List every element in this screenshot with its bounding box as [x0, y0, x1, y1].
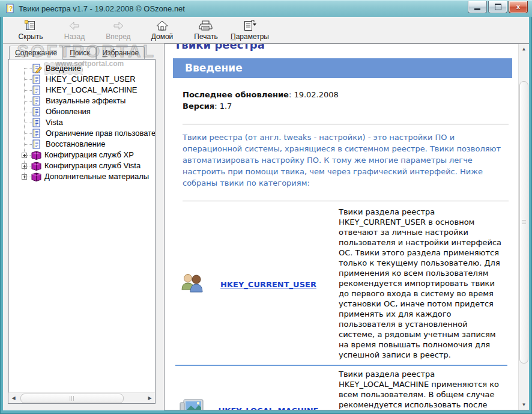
tree-item-vvedenie[interactable]: Введение [8, 63, 155, 74]
print-label: Печать [194, 32, 217, 41]
minimize-button[interactable] [468, 1, 487, 13]
tab-favorites[interactable]: Избранное [96, 46, 145, 59]
hide-label: Скрыть [19, 32, 43, 41]
print-button[interactable]: Печать [184, 19, 228, 43]
tab-search[interactable]: Поиск [64, 46, 95, 59]
scroll-up-arrow-icon[interactable]: ▲ [519, 44, 529, 54]
home-icon [156, 20, 169, 32]
expand-plus-icon[interactable] [22, 174, 27, 180]
book-icon [31, 172, 42, 184]
updated-value: : 19.02.2008 [289, 90, 339, 99]
category-description: Твики раздела реестра HKEY_LOCAL_MACHINE… [328, 365, 507, 410]
scroll-right-arrow-icon[interactable]: ▶ [145, 393, 155, 403]
link-hkcu[interactable]: HKEY_CURRENT_USER [220, 280, 316, 289]
scroll-left-arrow-icon[interactable]: ◀ [8, 393, 19, 403]
maximize-button[interactable] [488, 1, 507, 13]
tree-item-visual-effects[interactable]: Визуальные эффекты [8, 96, 155, 106]
app-window: ? Твики реестра v1.7 - 19.02.2008 © OSzo… [0, 0, 532, 414]
forward-label: Вперед [106, 32, 130, 41]
tree-horizontal-scrollbar[interactable]: ◀ ▶ [8, 392, 155, 403]
home-button[interactable]: Домой [141, 19, 184, 43]
content-vertical-scrollbar[interactable]: ▲ ▼ [518, 44, 529, 410]
tree-item-hkcu[interactable]: HKEY_CURRENT_USER [8, 74, 155, 85]
back-button: Назад [53, 19, 96, 43]
chm-help-file-icon: ? [5, 4, 15, 13]
table-row: HKEY_LOCAL_MACHINE Твики раздела реестра… [175, 365, 507, 410]
close-icon: x [516, 4, 520, 10]
topic-content: Твики реестра Введение Последнее обновле… [165, 44, 518, 410]
close-button[interactable]: x [509, 1, 528, 13]
forward-button: Вперед [97, 19, 140, 43]
tree-item-hklm[interactable]: HKEY_LOCAL_MACHINE [8, 85, 155, 96]
tree-item-restore[interactable]: Восстановление [8, 139, 155, 150]
categories-table: HKEY_CURRENT_USER Твики раздела реестра … [175, 204, 507, 410]
topic-banner: Введение [173, 58, 512, 78]
divider [183, 124, 509, 124]
meta-block: Последнее обновление: 19.02.2008 Версия:… [183, 89, 510, 112]
titlebar: ? Твики реестра v1.7 - 19.02.2008 © OSzo… [0, 0, 532, 17]
version-value: : 1.7 [214, 102, 232, 111]
contents-tree: Введение HKEY_CURRENT_USER [8, 59, 156, 404]
back-arrow-icon [67, 20, 82, 32]
options-label: Параметры [231, 32, 269, 41]
svg-text:?: ? [9, 5, 13, 12]
scroll-down-arrow-icon[interactable]: ▼ [519, 400, 529, 410]
updated-label: Последнее обновление [183, 90, 289, 99]
tree-item-services-vista[interactable]: Конфигурация служб Vista [8, 160, 155, 171]
navigation-pane: Содержание Поиск Избранное [3, 43, 160, 410]
category-description: Твики раздела реестра HKEY_CURRENT_USER … [328, 204, 507, 365]
hscroll-thumb[interactable] [20, 394, 124, 403]
toolbar: Скрыть Назад Вперед Домой [3, 17, 529, 44]
tree-item-services-xp[interactable]: Конфигурация служб XP [8, 150, 155, 160]
vscroll-thumb[interactable] [519, 81, 528, 364]
link-hklm[interactable]: HKEY_LOCAL_MACHINE [218, 406, 318, 410]
tree-item-updates[interactable]: Обновления [8, 106, 155, 117]
hide-panel-icon [24, 20, 37, 32]
forward-arrow-icon [111, 20, 125, 32]
hide-button[interactable]: Скрыть [9, 19, 52, 43]
version-label: Версия [183, 102, 214, 111]
home-label: Домой [151, 32, 174, 41]
expand-plus-icon[interactable] [22, 163, 27, 169]
intro-paragraph: Твики реестра (от англ. tweaks - настрой… [183, 132, 510, 189]
table-row: HKEY_CURRENT_USER Твики раздела реестра … [175, 204, 507, 365]
minimize-icon [474, 8, 480, 10]
expand-plus-icon[interactable] [22, 153, 27, 158]
divider [183, 201, 509, 201]
nav-tabs: Содержание Поиск Избранное [8, 46, 160, 59]
tree-item-vista[interactable]: Vista [8, 117, 155, 128]
page-title: Твики реестра [174, 44, 512, 51]
tree-item-additional-materials[interactable]: Дополнительные материалы [8, 171, 155, 182]
window-title: Твики реестра v1.7 - 19.02.2008 © OSzone… [19, 4, 468, 13]
tab-contents[interactable]: Содержание [9, 46, 63, 59]
back-label: Назад [64, 32, 85, 41]
tree-item-rights-restriction[interactable]: Ограничение прав пользователей [8, 128, 155, 139]
print-icon [199, 20, 213, 32]
maximize-icon [495, 4, 501, 10]
users-icon [180, 288, 205, 297]
options-icon [242, 20, 258, 32]
options-button[interactable]: Параметры [228, 19, 271, 43]
